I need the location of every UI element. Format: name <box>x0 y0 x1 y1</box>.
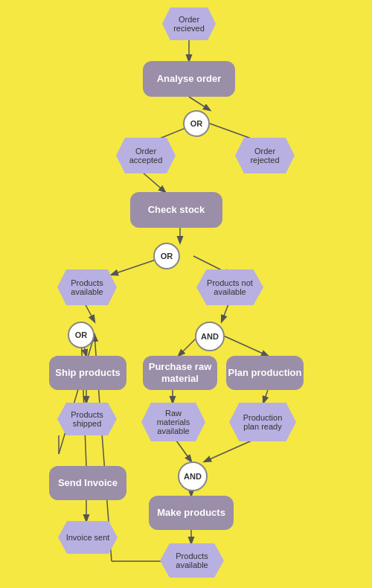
products-available2-node: Productsavailable <box>160 543 224 578</box>
analyse-order-label: Analyse order <box>157 73 222 85</box>
ship-products-node: Ship products <box>49 356 126 390</box>
order-rejected-node: Orderrejected <box>235 138 295 173</box>
or2-label: OR <box>161 252 173 261</box>
plan-production-label: Plan production <box>228 367 302 379</box>
order-received-label: Order recieved <box>162 7 216 40</box>
products-shipped-node: Productsshipped <box>57 403 117 435</box>
production-plan-label: Productionplan ready <box>229 403 296 441</box>
and2-gateway: AND <box>178 461 208 491</box>
svg-line-15 <box>263 390 268 403</box>
plan-production-node: Plan production <box>226 356 304 390</box>
check-stock-label: Check stock <box>148 204 205 216</box>
svg-line-12 <box>222 335 268 356</box>
order-accepted-node: Orderaccepted <box>116 138 176 173</box>
or2-gateway: OR <box>153 243 180 269</box>
products-available-label: Productsavailable <box>57 269 117 305</box>
or1-gateway: OR <box>183 110 210 137</box>
purchase-raw-label: Purchase raw material <box>143 361 217 384</box>
send-invoice-node: Send Invoice <box>49 466 126 500</box>
send-invoice-label: Send Invoice <box>58 477 118 489</box>
and2-label: AND <box>184 472 202 481</box>
ship-products-label: Ship products <box>55 367 120 379</box>
order-rejected-label: Orderrejected <box>235 138 295 173</box>
products-available-node: Productsavailable <box>57 269 117 305</box>
products-not-available-label: Products notavailable <box>196 269 263 305</box>
analyse-order-node: Analyse order <box>143 61 235 97</box>
purchase-raw-node: Purchase raw material <box>143 356 217 390</box>
svg-line-17 <box>59 335 94 454</box>
and1-label: AND <box>201 332 219 341</box>
raw-materials-label: Rawmaterialsavailable <box>141 403 205 441</box>
invoice-sent-node: Invoice sent <box>58 521 118 554</box>
svg-line-20 <box>81 335 86 466</box>
raw-materials-node: Rawmaterialsavailable <box>141 403 205 441</box>
svg-line-4 <box>143 173 165 192</box>
products-not-available-node: Products notavailable <box>196 269 263 305</box>
or1-label: OR <box>190 119 203 128</box>
svg-line-1 <box>189 97 210 110</box>
check-stock-node: Check stock <box>130 192 222 228</box>
products-shipped-label: Productsshipped <box>57 403 117 435</box>
order-received-node: Order recieved <box>162 7 216 40</box>
invoice-sent-label: Invoice sent <box>58 521 118 554</box>
or3-gateway: OR <box>68 322 94 348</box>
make-products-node: Make products <box>149 496 234 530</box>
flowchart-diagram: Order recieved Analyse order OR Orderacc… <box>0 0 372 588</box>
order-accepted-label: Orderaccepted <box>116 138 176 173</box>
products-available2-label: Productsavailable <box>160 543 224 578</box>
production-plan-node: Productionplan ready <box>229 403 296 441</box>
make-products-label: Make products <box>157 507 225 519</box>
or3-label: OR <box>75 330 88 339</box>
and1-gateway: AND <box>195 322 225 351</box>
